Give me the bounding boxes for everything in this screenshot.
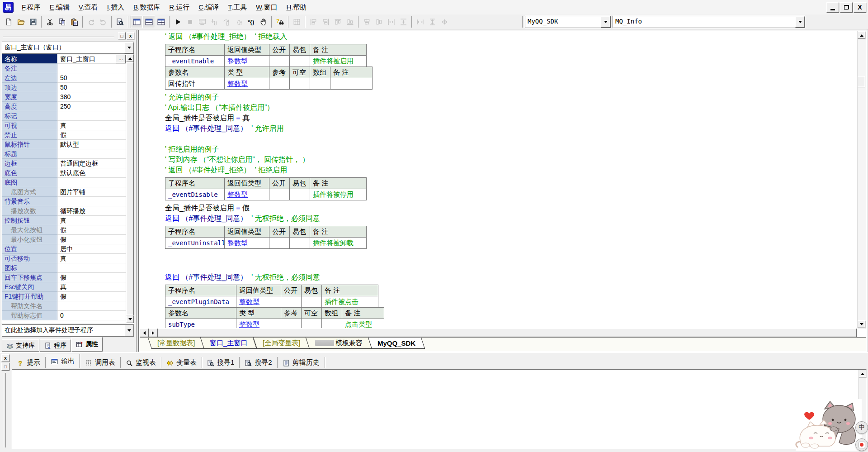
property-value[interactable] [57,197,126,206]
redo-button[interactable] [85,16,97,28]
step-out-button[interactable]: {} [233,16,245,28]
cut-button[interactable] [44,16,56,28]
same-size-button[interactable] [439,16,451,28]
property-value[interactable]: 默认型 [57,140,126,149]
scroll-up-button[interactable] [126,54,134,62]
property-value[interactable]: 居中 [57,244,126,254]
find-button[interactable] [114,16,126,28]
property-value[interactable] [57,64,126,73]
align-right-button[interactable] [320,16,332,28]
panel-float-button[interactable]: □ [1,363,9,371]
code-horizontal-scrollbar[interactable] [140,328,857,337]
tab-call-table[interactable]: 调用表 [80,357,121,368]
minimize-button[interactable] [826,2,839,13]
property-value[interactable]: 50 [57,73,126,83]
tab-hint[interactable]: ?提示 [12,357,46,368]
property-row[interactable]: 高度250 [2,102,126,111]
property-value[interactable]: 真 [57,121,126,130]
scroll-up-button[interactable] [859,370,866,377]
menu-insert[interactable]: I.插入 [103,1,129,13]
property-value[interactable] [57,301,126,311]
tab-search1[interactable]: 搜寻1 [202,357,240,368]
property-value[interactable]: 循环播放 [57,206,126,216]
property-row[interactable]: 回车下移焦点假 [2,273,126,282]
property-value[interactable] [57,111,126,121]
property-row[interactable]: 控制按钮真 [2,216,126,225]
property-row[interactable]: 最小化按钮假 [2,235,126,244]
property-row[interactable]: 底图方式图片平铺 [2,187,126,197]
property-row[interactable]: 播放次数循环播放 [2,206,126,216]
tab-search2[interactable]: 搜寻2 [240,357,277,368]
object-selector-arrow[interactable] [124,42,134,53]
align-bottom-button[interactable] [344,16,356,28]
property-row[interactable]: 鼠标指针默认型 [2,140,126,149]
tab-clip-history[interactable]: 剪辑历史 [278,357,325,368]
ellipsis-button[interactable]: ... [116,55,126,63]
property-row[interactable]: 标题 [2,149,126,159]
property-row[interactable]: 可否移动真 [2,254,126,263]
step-into-button[interactable]: {} [208,16,221,28]
pause-hand-button[interactable] [257,16,269,28]
menu-help[interactable]: H.帮助 [282,1,311,13]
scroll-thumb[interactable] [158,328,857,337]
tab-properties[interactable]: 属性 [71,337,103,352]
property-value[interactable]: 假 [57,292,126,301]
drag-grip[interactable] [4,373,6,447]
property-row[interactable]: 左边50 [2,73,126,83]
property-row[interactable]: 最大化按钮假 [2,225,126,235]
insert-breakpoint-button[interactable]: *{) [245,16,257,28]
layout-split-button[interactable] [155,16,167,28]
property-value[interactable]: 真 [57,216,126,225]
component-grid-button[interactable] [291,16,303,28]
property-value[interactable]: 假 [57,130,126,140]
object-selector[interactable]: 窗口_主窗口（窗口） [2,42,134,54]
property-value[interactable]: 窗口_主窗口... [57,54,126,64]
property-row[interactable]: 背景音乐 [2,197,126,206]
code-editor[interactable]: ' 返回 （#事件处理_拒绝） ' 拒绝载入子程序名返回值类型公开易包备 注_e… [165,31,857,328]
scroll-down-button[interactable] [126,315,134,323]
property-value[interactable]: 假 [57,273,126,282]
menu-database[interactable]: B.数据库 [129,1,165,13]
property-grid-scrollbar[interactable] [126,54,134,323]
property-value[interactable]: 50 [57,83,126,92]
open-file-button[interactable] [15,16,27,28]
space-down-button[interactable] [397,16,410,28]
scroll-thumb[interactable] [126,62,134,315]
paste-button[interactable] [68,16,80,28]
output-content[interactable] [12,369,867,449]
property-row[interactable]: 位置居中 [2,244,126,254]
property-value[interactable] [57,149,126,159]
property-row[interactable]: 备注 [2,64,126,73]
code-vertical-scrollbar[interactable] [857,31,866,328]
tab-program[interactable]: 程序 [40,339,71,352]
property-row[interactable]: 顶边50 [2,83,126,92]
doc-tab-global-vars[interactable]: [全局变量表] [253,338,310,349]
property-value[interactable]: 假 [57,235,126,244]
tab-variable-table[interactable]: 变量表 [161,357,202,368]
property-row[interactable]: F1键打开帮助假 [2,292,126,301]
layout-left-button[interactable] [131,16,143,28]
panel-close-button[interactable]: x [127,32,134,39]
tab-watch-table[interactable]: 监视表 [121,357,161,368]
panel-float-button[interactable]: □ [118,32,126,39]
align-top-button[interactable] [332,16,344,28]
unit-combobox-arrow[interactable] [601,16,610,28]
property-row[interactable]: 边框普通固定边框 [2,159,126,168]
center-horizontal-button[interactable] [361,16,373,28]
undo-button[interactable] [97,16,109,28]
scroll-left-button[interactable] [140,328,149,337]
property-value[interactable]: 真 [57,254,126,263]
step-over-button[interactable]: {} [221,16,233,28]
menu-view[interactable]: V.查看 [74,1,103,13]
stop-button[interactable] [184,16,196,28]
scroll-right-button[interactable] [149,328,158,337]
property-row[interactable]: 标记 [2,111,126,121]
member-combobox[interactable]: MQ_Info [613,16,805,28]
doc-tab-main-window[interactable]: 窗口_主窗口 [200,338,257,349]
space-across-button[interactable] [385,16,397,28]
property-value[interactable]: 默认底色 [57,168,126,178]
property-row[interactable]: Esc键关闭真 [2,282,126,292]
property-row[interactable]: 图标 [2,263,126,273]
property-value[interactable]: 普通固定边框 [57,159,126,168]
property-value[interactable] [57,263,126,273]
